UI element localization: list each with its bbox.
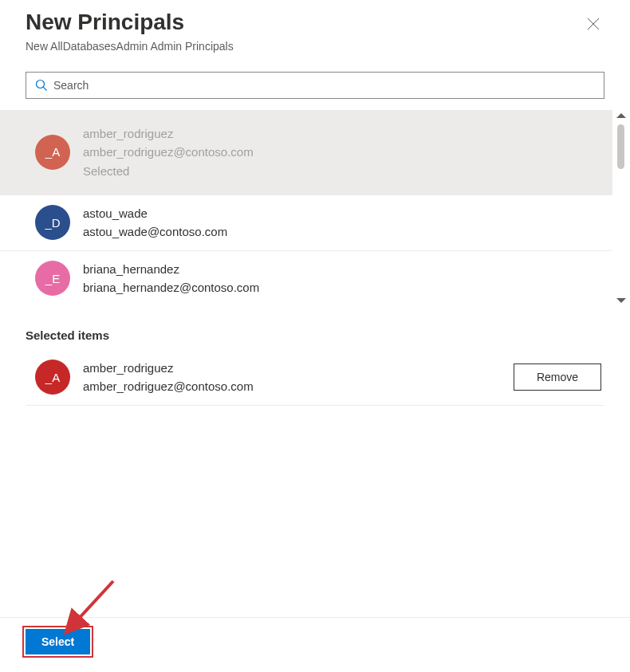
scroll-thumb[interactable] [617, 124, 624, 169]
selected-name: amber_rodriguez [83, 359, 254, 377]
scroll-down-icon[interactable] [616, 298, 626, 303]
result-info: briana_hernandez briana_hernandez@contos… [83, 260, 259, 297]
new-principals-panel: New Principals New AllDatabasesAdmin Adm… [0, 0, 630, 672]
result-info: astou_wade astou_wade@contoso.com [83, 204, 227, 242]
footer-divider [0, 617, 630, 618]
panel-title: New Principals [26, 10, 604, 35]
result-name: amber_rodriguez [83, 124, 254, 143]
result-row[interactable]: _A amber_rodriguez amber_rodriguez@conto… [0, 110, 612, 195]
panel-header: New Principals New AllDatabasesAdmin Adm… [26, 10, 604, 53]
result-email: briana_hernandez@contoso.com [83, 278, 259, 297]
result-row[interactable]: _D astou_wade astou_wade@contoso.com [0, 195, 612, 250]
panel-subtitle: New AllDatabasesAdmin Admin Principals [26, 40, 604, 53]
close-icon [587, 18, 600, 30]
avatar: _A [35, 360, 70, 395]
selected-email: amber_rodriguez@contoso.com [83, 377, 254, 395]
scrollbar[interactable] [614, 110, 630, 306]
result-name: briana_hernandez [83, 260, 259, 278]
selected-items-list: _A amber_rodriguez amber_rodriguez@conto… [26, 350, 604, 406]
result-name: astou_wade [83, 204, 227, 222]
avatar: _A [35, 135, 70, 170]
close-button[interactable] [585, 16, 601, 32]
selected-row: _A amber_rodriguez amber_rodriguez@conto… [26, 350, 604, 406]
svg-line-4 [77, 581, 113, 621]
result-email: astou_wade@contoso.com [83, 222, 227, 241]
result-status: Selected [83, 162, 254, 180]
selected-info: amber_rodriguez amber_rodriguez@contoso.… [83, 359, 254, 396]
select-button[interactable]: Select [26, 629, 90, 654]
selected-items-heading: Selected items [26, 328, 604, 342]
results-list: _A amber_rodriguez amber_rodriguez@conto… [0, 110, 630, 306]
scroll-up-icon[interactable] [616, 113, 626, 118]
avatar: _E [35, 261, 70, 296]
result-info: amber_rodriguez amber_rodriguez@contoso.… [83, 124, 254, 180]
search-field [26, 72, 604, 99]
avatar: _D [35, 205, 70, 240]
remove-button[interactable]: Remove [514, 364, 601, 391]
result-email: amber_rodriguez@contoso.com [83, 143, 254, 161]
search-input[interactable] [26, 72, 604, 99]
result-row[interactable]: _E briana_hernandez briana_hernandez@con… [0, 250, 612, 306]
